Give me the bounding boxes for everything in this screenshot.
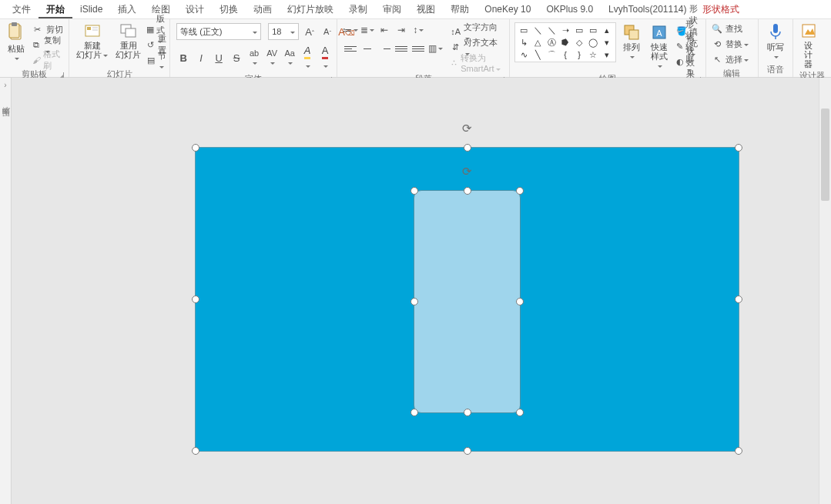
scrollbar-thumb[interactable] [821,108,829,201]
replace-button[interactable]: ⟲ 替换 [711,37,749,51]
shape-rbrace-icon[interactable]: } [574,49,585,60]
grow-font-button[interactable]: Aˆ [303,26,317,38]
shape-line-icon[interactable]: ＼ [532,25,543,35]
tab-okplus[interactable]: OKPlus 9.0 [538,2,601,17]
arrange-button[interactable]: 排列 [619,22,644,62]
resize-handle[interactable] [192,144,199,152]
shrink-font-button[interactable]: Aˇ [320,27,334,36]
tab-review[interactable]: 审阅 [375,1,409,18]
tab-insert[interactable]: 插入 [110,1,144,18]
shape-rect-icon[interactable]: ▭ [518,25,529,35]
tab-onekey[interactable]: OneKey 10 [477,2,538,17]
shape-star-icon[interactable]: ☆ [588,49,598,60]
convert-smartart-button[interactable]: ⛬ 转换为 SmartArt [450,55,501,69]
tab-view[interactable]: 视图 [409,1,443,18]
tab-lvyhtools[interactable]: LvyhTools(201114) [601,2,694,17]
strike-button[interactable]: S [230,52,243,64]
tab-record[interactable]: 录制 [341,1,375,18]
numbering-button[interactable]: ≣ [360,23,374,37]
thumbnails-label: 缩略图 [0,100,11,105]
tab-design[interactable]: 设计 [178,1,212,18]
tab-shape-format[interactable]: 形状格式 [695,1,747,18]
resize-handle[interactable] [464,447,471,455]
resize-handle[interactable] [735,447,742,455]
shape-connector-icon[interactable]: ↳ [518,37,529,48]
italic-button[interactable]: I [194,52,208,64]
shadow-button[interactable]: ab [247,48,261,67]
align-left-button[interactable] [343,42,357,55]
quick-styles-button[interactable]: A 快速样式 [647,22,672,72]
shape-diamond-icon[interactable]: ◇ [574,37,585,48]
gallery-more-icon[interactable]: ▾ [601,49,612,60]
resize-handle[interactable] [516,409,524,416]
select-button[interactable]: ↖ 选择 [711,52,749,66]
design-ideas-button[interactable]: 设 计 器 [796,21,821,70]
tab-islide[interactable]: iSlide [72,2,110,17]
find-button[interactable]: 🔍 查找 [711,22,749,35]
vertical-scrollbar[interactable] [819,78,831,504]
resize-handle[interactable] [192,295,199,303]
reuse-slides-button[interactable]: 重用 幻灯片 [112,21,145,61]
highlight-button[interactable]: A [300,45,314,71]
section-label: 节 [158,50,169,71]
shape-triangle-icon[interactable]: △ [532,37,543,48]
shape-curve-icon[interactable]: ∿ [518,49,529,60]
format-painter-button[interactable]: 🖌 格式刷 [32,53,65,67]
resize-handle[interactable] [735,295,742,303]
tab-animation[interactable]: 动画 [246,1,280,18]
gallery-down-icon[interactable]: ▾ [601,37,612,48]
decrease-indent-button[interactable]: ⇤ [377,23,391,37]
align-right-button[interactable] [377,42,391,55]
gallery-up-icon[interactable]: ▴ [601,25,612,35]
increase-indent-button[interactable]: ⇥ [394,23,408,37]
shape-rect3-icon[interactable]: ▭ [588,25,598,35]
bullets-button[interactable]: ≔ [343,23,357,37]
font-size-combo[interactable]: 18 [268,23,299,40]
resize-handle[interactable] [516,298,524,305]
shape-arrow-icon[interactable]: ➝ [560,25,571,35]
justify-button[interactable] [394,42,408,55]
thumbnails-pane-collapsed[interactable]: › 缩略图 [0,78,12,504]
paste-button[interactable]: 粘贴 [3,21,30,64]
shape-rounded-rectangle-inner[interactable]: ⟳ [414,190,521,413]
resize-handle[interactable] [410,409,418,416]
rotate-handle-icon[interactable]: ⟳ [462,122,472,135]
shapes-gallery[interactable]: ▭ ＼ ＼ ➝ ▭ ▭ ▴ ↳ △ Ⓐ ⭓ ◇ ◯ ▾ ∿ ╲ ⌒ { } ☆ [514,22,616,62]
shape-textbox-icon[interactable]: Ⓐ [546,37,557,48]
font-name-combo[interactable]: 等线 (正文) [176,23,261,40]
shape-rect2-icon[interactable]: ▭ [574,25,585,35]
tab-transition[interactable]: 切换 [212,1,246,18]
shape-oval-icon[interactable]: ◯ [588,37,598,48]
shape-lbrace-icon[interactable]: { [560,49,571,60]
dictate-button[interactable]: 听写 [762,21,789,62]
change-case-button[interactable]: Aa [283,48,297,67]
resize-handle[interactable] [464,409,471,416]
tab-slideshow[interactable]: 幻灯片放映 [280,1,341,18]
new-slide-button[interactable]: 新建 幻灯片 [72,21,112,61]
shape-arc-icon[interactable]: ⌒ [546,49,557,60]
align-center-button[interactable] [360,42,374,55]
shape-line2-icon[interactable]: ＼ [546,25,557,35]
bold-button[interactable]: B [176,52,190,64]
tab-help[interactable]: 帮助 [443,1,477,18]
tab-file[interactable]: 文件 [5,1,39,18]
font-color-button[interactable]: A [318,45,332,71]
columns-button[interactable]: ▥ [428,42,442,55]
shape-poly-icon[interactable]: ⭓ [560,37,571,48]
distributed-button[interactable] [411,42,425,55]
section-button[interactable]: ▤ 节 [146,53,169,67]
resize-handle[interactable] [516,187,524,195]
resize-handle[interactable] [735,144,742,152]
line-spacing-button[interactable]: ↕ [411,23,425,37]
char-spacing-button[interactable]: AV [265,48,279,67]
resize-handle[interactable] [410,298,418,305]
resize-handle[interactable] [464,187,471,195]
shape-freeform-icon[interactable]: ╲ [532,49,543,60]
tab-home[interactable]: 开始 [39,1,72,18]
resize-handle[interactable] [192,447,199,455]
resize-handle[interactable] [464,144,471,152]
shape-effects-button[interactable]: ◐ 形状效果 [676,55,699,68]
resize-handle[interactable] [410,187,418,195]
rotate-handle-icon[interactable]: ⟳ [462,165,472,179]
underline-button[interactable]: U [212,52,226,64]
